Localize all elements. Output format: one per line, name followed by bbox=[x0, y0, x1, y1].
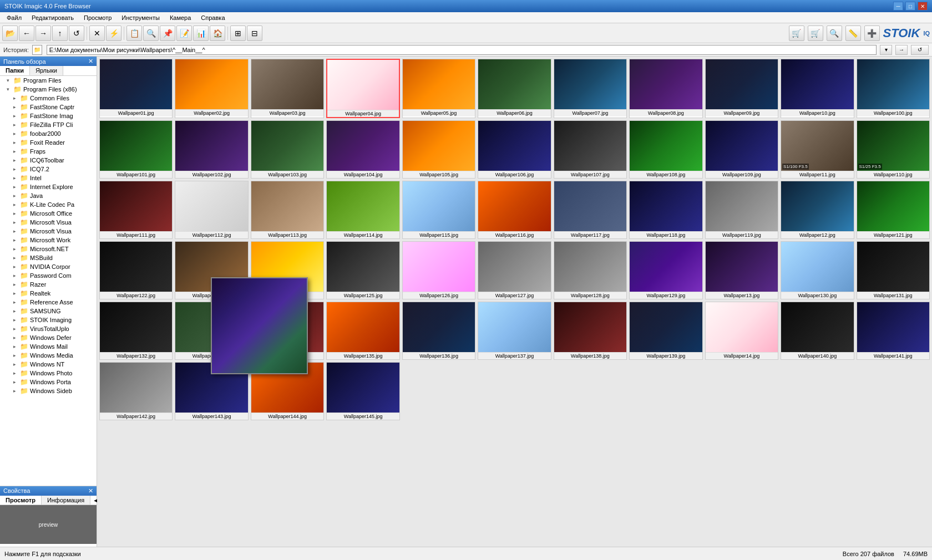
tree-item[interactable]: ▸ 📁 Realtek bbox=[0, 289, 97, 298]
thumbnail-item[interactable]: Wallpaper04.jpg bbox=[326, 59, 399, 118]
tree-item[interactable]: ▸ 📁 ICQ7.2 bbox=[0, 165, 97, 174]
thumbnail-item[interactable]: Wallpaper138.jpg bbox=[554, 302, 627, 360]
thumbnail-item[interactable]: Wallpaper141.jpg bbox=[857, 302, 930, 360]
tree-item[interactable]: ▸ 📁 STOIK Imaging bbox=[0, 315, 97, 324]
tree-item[interactable]: ▸ 📁 SAMSUNG bbox=[0, 307, 97, 315]
tree-item[interactable]: ▸ 📁 Microsoft Visua bbox=[0, 227, 97, 236]
menu-help[interactable]: Справка bbox=[196, 13, 229, 22]
menu-camera[interactable]: Камера bbox=[165, 13, 195, 22]
thumbnail-item[interactable]: Wallpaper101.jpg bbox=[99, 120, 173, 179]
tree-item[interactable]: ▸ 📁 Password Com bbox=[0, 271, 97, 280]
tree-item[interactable]: ▸ 📁 Windows Mail bbox=[0, 342, 97, 351]
proptab-view[interactable]: Просмотр bbox=[0, 496, 42, 505]
tree-item[interactable]: ▸ 📁 Reference Asse bbox=[0, 298, 97, 307]
tree-item[interactable]: ▸ 📁 FastStone Captr bbox=[0, 103, 97, 111]
tree-item[interactable]: ▸ 📁 VirusTotalUplo bbox=[0, 324, 97, 333]
thumbnail-item[interactable]: S1/25 F3.5 Wallpaper110.jpg bbox=[857, 120, 930, 179]
tree-item[interactable]: ▸ 📁 K-Lite Codec Pa bbox=[0, 200, 97, 209]
menu-file[interactable]: Файл bbox=[2, 13, 26, 22]
thumbnail-item[interactable]: Wallpaper02.jpg bbox=[175, 59, 248, 118]
thumbnail-item[interactable]: Wallpaper139.jpg bbox=[629, 302, 702, 360]
thumbnail-item[interactable]: Wallpaper145.jpg bbox=[326, 362, 399, 420]
thumbnail-item[interactable]: Wallpaper05.jpg bbox=[402, 59, 475, 118]
tree-item[interactable]: ▸ 📁 foobar2000 bbox=[0, 129, 97, 138]
thumbnail-item[interactable]: Wallpaper09.jpg bbox=[705, 59, 778, 118]
thumbnail-item[interactable]: Wallpaper111.jpg bbox=[99, 181, 173, 239]
thumbnail-item[interactable]: Wallpaper115.jpg bbox=[402, 181, 475, 239]
thumbnail-item[interactable]: Wallpaper117.jpg bbox=[554, 181, 627, 239]
tree-item[interactable]: ▸ 📁 Intel bbox=[0, 174, 97, 182]
thumbnail-item[interactable]: Wallpaper107.jpg bbox=[554, 120, 627, 179]
thumbnail-item[interactable]: Wallpaper100.jpg bbox=[857, 59, 930, 118]
chart-button[interactable]: 📊 bbox=[193, 26, 209, 41]
tree-item[interactable]: ▾ 📁 Program Files bbox=[0, 76, 97, 85]
copy-button[interactable]: 📋 bbox=[126, 26, 142, 41]
edit-button[interactable]: 📝 bbox=[176, 26, 192, 41]
thumbnail-item[interactable]: Wallpaper113.jpg bbox=[251, 181, 324, 239]
tree-item[interactable]: ▸ 📁 Foxit Reader bbox=[0, 138, 97, 147]
thumbnail-item[interactable]: Wallpaper119.jpg bbox=[705, 181, 778, 239]
address-refresh[interactable]: ↺ bbox=[911, 45, 929, 55]
thumbnail-item[interactable]: Wallpaper109.jpg bbox=[705, 120, 778, 179]
tree-item[interactable]: ▸ 📁 MSBuild bbox=[0, 253, 97, 262]
address-dropdown[interactable]: ▾ bbox=[880, 45, 892, 55]
plus-button[interactable]: ➕ bbox=[864, 26, 880, 41]
thumbnail-item[interactable]: Wallpaper102.jpg bbox=[175, 120, 248, 179]
address-input[interactable] bbox=[47, 45, 877, 55]
thumbnail-item[interactable]: Wallpaper140.jpg bbox=[781, 302, 854, 360]
thumbnail-item[interactable]: Wallpaper03.jpg bbox=[251, 59, 324, 118]
proptab-info[interactable]: Информация bbox=[42, 496, 90, 505]
thumbnail-item[interactable]: Wallpaper105.jpg bbox=[402, 120, 475, 179]
thumbnail-item[interactable]: Wallpaper112.jpg bbox=[175, 181, 248, 239]
thumbnail-item[interactable]: Wallpaper116.jpg bbox=[478, 181, 551, 239]
folder-button[interactable]: 📂 bbox=[2, 26, 18, 41]
tree-item[interactable]: ▸ 📁 NVIDIA Corpor bbox=[0, 262, 97, 271]
tree-item[interactable]: ▸ 📁 Common Files bbox=[0, 94, 97, 103]
tree-item[interactable]: ▸ 📁 Windows Porta bbox=[0, 378, 97, 386]
thumbnail-item[interactable]: Wallpaper129.jpg bbox=[629, 241, 702, 299]
up-button[interactable]: ↑ bbox=[52, 26, 68, 41]
tree-item[interactable]: ▸ 📁 FileZilla FTP Cli bbox=[0, 120, 97, 129]
grid2-button[interactable]: ⊟ bbox=[247, 26, 262, 41]
thumbnail-item[interactable]: S1/100 F3.5 Wallpaper11.jpg bbox=[781, 120, 854, 179]
thumbnail-item[interactable]: Wallpaper13.jpg bbox=[705, 241, 778, 299]
pin-button[interactable]: 📌 bbox=[160, 26, 175, 41]
tree-item[interactable]: ▸ 📁 Microsoft Office bbox=[0, 209, 97, 218]
address-go[interactable]: → bbox=[895, 45, 908, 55]
thumbnail-item[interactable]: Wallpaper135.jpg bbox=[326, 302, 399, 360]
menu-view[interactable]: Просмотр bbox=[79, 13, 116, 22]
panel-close-icon[interactable]: ✕ bbox=[88, 58, 93, 65]
tab-folders[interactable]: Папки bbox=[0, 66, 30, 75]
maximize-button[interactable]: □ bbox=[905, 2, 915, 11]
thumbnail-item[interactable]: Wallpaper131.jpg bbox=[857, 241, 930, 299]
tree-item[interactable]: ▸ 📁 FastStone Imag bbox=[0, 111, 97, 120]
tree-item[interactable]: ▸ 📁 Razer bbox=[0, 280, 97, 289]
tree-item[interactable]: ▸ 📁 Windows Defer bbox=[0, 333, 97, 342]
thumbnail-item[interactable]: Wallpaper132.jpg bbox=[99, 302, 173, 360]
thumbnail-item[interactable]: Wallpaper106.jpg bbox=[478, 120, 551, 179]
tree-item[interactable]: ▸ 📁 Windows Sideb bbox=[0, 386, 97, 395]
menu-edit[interactable]: Редактировать bbox=[27, 13, 78, 22]
tree-item[interactable]: ▸ 📁 Microsoft Work bbox=[0, 236, 97, 245]
minimize-button[interactable]: ─ bbox=[893, 2, 903, 11]
zoom-search-button[interactable]: 🔍 bbox=[827, 26, 842, 41]
tree-item[interactable]: ▸ 📁 Internet Explore bbox=[0, 182, 97, 191]
back-button[interactable]: ← bbox=[19, 26, 34, 41]
ruler-button[interactable]: 📏 bbox=[845, 26, 861, 41]
cart1-button[interactable]: 🛒 bbox=[789, 26, 804, 41]
thumbnail-item[interactable]: Wallpaper10.jpg bbox=[781, 59, 854, 118]
thumbnail-item[interactable]: Wallpaper07.jpg bbox=[554, 59, 627, 118]
tree-item[interactable]: ▸ 📁 Java bbox=[0, 191, 97, 200]
tree-item[interactable]: ▸ 📁 Microsoft.NET bbox=[0, 245, 97, 253]
thumbnail-item[interactable]: Wallpaper137.jpg bbox=[478, 302, 551, 360]
tree-item[interactable]: ▸ 📁 Microsoft Visua bbox=[0, 218, 97, 227]
thumbnail-item[interactable]: Wallpaper126.jpg bbox=[402, 241, 475, 299]
thumbnail-item[interactable]: Wallpaper121.jpg bbox=[857, 181, 930, 239]
forward-button[interactable]: → bbox=[36, 26, 51, 41]
cart2-button[interactable]: 🛒 bbox=[808, 26, 823, 41]
thumbnail-item[interactable]: Wallpaper01.jpg bbox=[99, 59, 173, 118]
thumbnail-item[interactable]: Wallpaper136.jpg bbox=[402, 302, 475, 360]
tree-item[interactable]: ▸ 📁 Fraps bbox=[0, 147, 97, 156]
thumbnail-item[interactable]: Wallpaper118.jpg bbox=[629, 181, 702, 239]
thumbnail-item[interactable]: Wallpaper108.jpg bbox=[629, 120, 702, 179]
